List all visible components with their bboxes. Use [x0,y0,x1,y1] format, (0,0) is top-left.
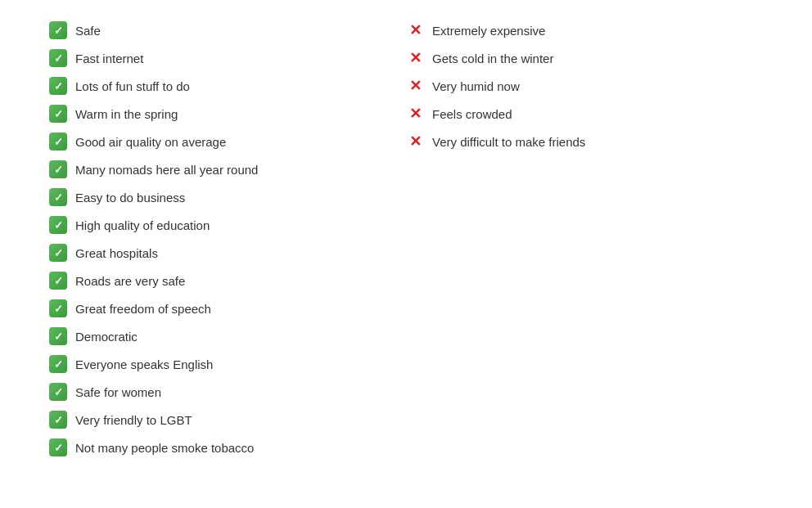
pro-item-label: Lots of fun stuff to do [75,79,190,93]
check-icon: ✓ [49,299,67,317]
check-icon: ✓ [49,383,67,401]
list-item: ✓Democratic [49,322,406,350]
list-item: ✓Fast internet [49,44,406,72]
check-icon: ✓ [49,21,67,39]
list-item: ✕Very humid now [406,72,763,100]
list-item: ✓Many nomads here all year round [49,155,406,183]
con-item-label: Extremely expensive [432,24,545,38]
pro-item-label: Great hospitals [75,246,158,260]
pros-cons-layout: ✓Safe✓Fast internet✓Lots of fun stuff to… [49,16,763,461]
pros-column: ✓Safe✓Fast internet✓Lots of fun stuff to… [49,16,406,461]
check-icon: ✓ [49,133,67,151]
pro-item-label: Fast internet [75,52,143,65]
list-item: ✓Great freedom of speech [49,294,406,322]
pro-item-label: Roads are very safe [75,274,185,288]
check-icon: ✓ [49,160,67,178]
check-icon: ✓ [49,327,67,345]
list-item: ✓Very friendly to LGBT [49,406,406,434]
pro-item-label: Warm in the spring [75,107,178,121]
pro-item-label: Great freedom of speech [75,302,211,316]
check-icon: ✓ [49,216,67,234]
con-item-label: Very difficult to make friends [432,135,585,149]
check-icon: ✓ [49,355,67,373]
check-icon: ✓ [49,272,67,290]
pro-item-label: Easy to do business [75,191,185,205]
cross-icon: ✕ [406,77,424,95]
check-icon: ✓ [49,77,67,95]
list-item: ✓Great hospitals [49,239,406,267]
list-item: ✓Warm in the spring [49,100,406,128]
pro-item-label: Safe for women [75,385,161,399]
check-icon: ✓ [49,438,67,456]
con-item-label: Gets cold in the winter [432,52,553,65]
con-item-label: Feels crowded [432,107,512,121]
list-item: ✓High quality of education [49,211,406,239]
cons-column: ✕Extremely expensive✕Gets cold in the wi… [406,16,763,461]
check-icon: ✓ [49,49,67,67]
pro-item-label: Safe [75,24,101,38]
list-item: ✓Safe for women [49,378,406,406]
cross-icon: ✕ [406,49,424,67]
check-icon: ✓ [49,244,67,262]
list-item: ✕Very difficult to make friends [406,128,763,155]
list-item: ✕Extremely expensive [406,16,763,44]
check-icon: ✓ [49,411,67,429]
list-item: ✕Feels crowded [406,100,763,128]
pro-item-label: Democratic [75,330,138,344]
pro-item-label: Everyone speaks English [75,357,213,371]
pro-item-label: High quality of education [75,218,210,232]
pro-item-label: Good air quality on average [75,135,226,149]
pro-item-label: Not many people smoke tobacco [75,441,254,455]
list-item: ✓Roads are very safe [49,267,406,294]
check-icon: ✓ [49,188,67,206]
list-item: ✓Everyone speaks English [49,350,406,378]
list-item: ✓Lots of fun stuff to do [49,72,406,100]
list-item: ✓Not many people smoke tobacco [49,434,406,461]
list-item: ✓Good air quality on average [49,128,406,155]
list-item: ✕Gets cold in the winter [406,44,763,72]
list-item: ✓Easy to do business [49,183,406,211]
con-item-label: Very humid now [432,79,520,93]
list-item: ✓Safe [49,16,406,44]
pro-item-label: Many nomads here all year round [75,163,258,177]
pro-item-label: Very friendly to LGBT [75,413,192,427]
check-icon: ✓ [49,105,67,123]
cross-icon: ✕ [406,133,424,151]
cross-icon: ✕ [406,21,424,39]
cross-icon: ✕ [406,105,424,123]
